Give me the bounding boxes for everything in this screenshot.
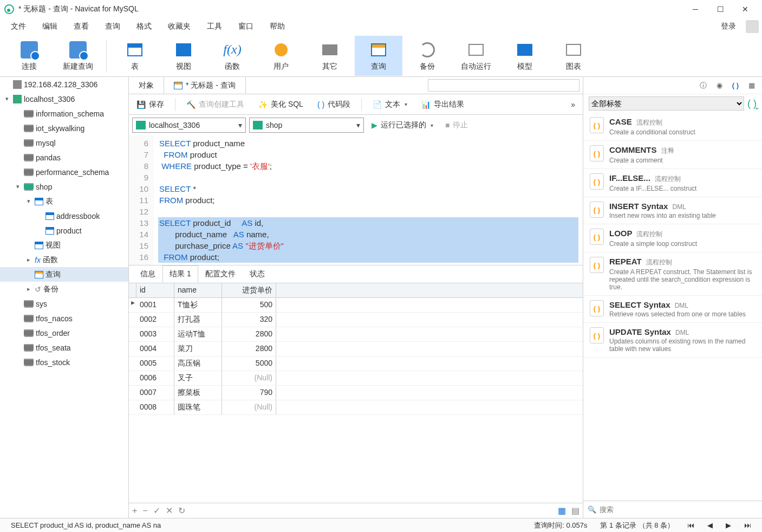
toolbar-用户[interactable]: 用户 — [257, 36, 305, 76]
tree-item-mysql[interactable]: ▸mysql — [0, 135, 128, 150]
tree-item-tfos_nacos[interactable]: ▸tfos_nacos — [0, 311, 128, 326]
snippet-item[interactable]: ( )COMMENTS 注释Create a comment — [583, 141, 762, 169]
maximize-button[interactable]: ☐ — [708, 1, 733, 17]
col-header[interactable]: id — [136, 283, 174, 297]
snippet-item[interactable]: ( )UPDATE Syntax DMLUpdates columns of e… — [583, 323, 762, 358]
save-button[interactable]: 💾保存 — [133, 98, 167, 111]
tree-item-函数[interactable]: ▸fx函数 — [0, 252, 128, 267]
snippet-item[interactable]: ( )INSERT Syntax DMLInsert new rows into… — [583, 197, 762, 224]
tree-item-tfos_order[interactable]: ▸tfos_order — [0, 326, 128, 340]
refresh-button[interactable]: ↻ — [178, 505, 185, 516]
add-snippet-button[interactable]: ( )+ — [747, 98, 757, 109]
table-row[interactable]: 0006叉子(Null) — [129, 371, 583, 386]
eye-icon[interactable]: ◉ — [714, 81, 724, 90]
menu-查询[interactable]: 查询 — [97, 20, 128, 34]
toolbar-表[interactable]: 表 — [111, 36, 159, 76]
more-button[interactable]: » — [568, 99, 578, 111]
stop-button[interactable]: ■停止 — [441, 118, 472, 133]
text-button[interactable]: 📄文本▾ — [369, 98, 411, 111]
tree-item-product[interactable]: ▸product — [0, 223, 128, 238]
toolbar-自动运行[interactable]: 自动运行 — [452, 36, 500, 76]
menu-窗口[interactable]: 窗口 — [231, 20, 261, 34]
toolbar-图表[interactable]: 图表 — [550, 36, 597, 76]
snippet-item[interactable]: ( )LOOP 流程控制Create a simple loop constru… — [583, 224, 762, 252]
tab-search-input[interactable] — [428, 79, 579, 92]
snippet-item[interactable]: ( )REPEAT 流程控制Create A REPEAT construct.… — [583, 252, 762, 296]
nav-last-button[interactable]: ⏭ — [738, 521, 758, 529]
toolbar-备份[interactable]: 备份 — [403, 36, 451, 76]
run-button[interactable]: ▶运行已选择的▾ — [367, 118, 438, 133]
delete-row-button[interactable]: − — [142, 506, 147, 516]
result-grid[interactable]: idname进货单价▸0001T恤衫5000002打孔器3200003运动T恤2… — [129, 283, 583, 415]
table-row[interactable]: 0004菜刀2800 — [129, 342, 583, 356]
tree-item-查询[interactable]: ▸查询 — [0, 267, 128, 282]
brackets-icon[interactable]: ( ) — [731, 81, 740, 90]
snippet-item[interactable]: ( )IF...ELSE... 流程控制Create a IF...ELSE..… — [583, 169, 762, 197]
grid-icon[interactable]: ▦ — [747, 81, 757, 90]
code-area[interactable]: SELECT product_name FROM product WHERE p… — [154, 135, 583, 265]
export-button[interactable]: 📊导出结果 — [418, 98, 467, 111]
toolbar-其它[interactable]: 其它 — [306, 36, 354, 76]
doc-tab[interactable]: 对象 — [129, 77, 164, 94]
doc-tab[interactable]: * 无标题 - 查询 — [164, 77, 246, 94]
tree-item-tfos_seata[interactable]: ▸tfos_seata — [0, 340, 128, 355]
minimize-button[interactable]: ─ — [683, 1, 708, 17]
toolbar-视图[interactable]: 视图 — [160, 36, 207, 76]
avatar-icon[interactable] — [746, 20, 759, 33]
result-tab-结果 1[interactable]: 结果 1 — [162, 265, 198, 283]
toolbar-查询[interactable]: 查询 — [355, 36, 402, 76]
nav-next-button[interactable]: ▶ — [719, 521, 738, 529]
menu-收藏夹[interactable]: 收藏夹 — [160, 20, 198, 34]
menu-编辑[interactable]: 编辑 — [35, 20, 65, 34]
snippet-item[interactable]: ( )SELECT Syntax DMLRetrieve rows select… — [583, 296, 762, 323]
tree-item-sys[interactable]: ▸sys — [0, 296, 128, 311]
snippet-item[interactable]: ( )CASE 流程控制Create a conditional constru… — [583, 113, 762, 141]
table-row[interactable]: 0003运动T恤2800 — [129, 327, 583, 342]
tree-item-pandas[interactable]: ▸pandas — [0, 150, 128, 165]
toolbar-函数[interactable]: f(x)函数 — [209, 36, 256, 76]
tree-item-视图[interactable]: ▸视图 — [0, 238, 128, 252]
nav-first-button[interactable]: ⏮ — [681, 521, 701, 529]
tree-item-tfos_stock[interactable]: ▸tfos_stock — [0, 355, 128, 369]
tree-item-addressbook[interactable]: ▸addressbook — [0, 209, 128, 223]
sql-editor[interactable]: 678910111213141516 SELECT product_name F… — [129, 135, 583, 265]
snippet-filter-combo[interactable]: 全部标签 — [589, 96, 744, 111]
menu-查看[interactable]: 查看 — [66, 20, 96, 34]
add-row-button[interactable]: + — [132, 506, 137, 516]
toolbar-连接[interactable]: 连接 — [5, 36, 53, 76]
menu-帮助[interactable]: 帮助 — [262, 20, 292, 34]
form-view-button[interactable]: ▤ — [571, 505, 579, 516]
tree-item-192.168.42.128_3306[interactable]: ▸192.168.42.128_3306 — [0, 77, 128, 92]
toolbar-模型[interactable]: 模型 — [501, 36, 549, 76]
col-header[interactable]: 进货单价 — [222, 283, 276, 297]
info-icon[interactable]: ⓘ — [698, 81, 708, 90]
toolbar-新建查询[interactable]: 新建查询 — [54, 36, 102, 76]
code-segment-button[interactable]: ( )代码段 — [314, 98, 354, 111]
tree-item-备份[interactable]: ▸↺备份 — [0, 282, 128, 296]
table-row[interactable]: 0005高压锅5000 — [129, 356, 583, 371]
tree-item-information_schema[interactable]: ▸information_schema — [0, 106, 128, 121]
tree-item-iot_skywalking[interactable]: ▸iot_skywalking — [0, 121, 128, 135]
cancel-button[interactable]: ✕ — [166, 505, 173, 516]
snippet-search[interactable]: 🔍 — [583, 501, 762, 518]
close-button[interactable]: ✕ — [733, 1, 758, 17]
query-builder-button[interactable]: 🔨查询创建工具 — [183, 98, 248, 111]
beautify-sql-button[interactable]: ✨美化 SQL — [255, 98, 307, 111]
tree-item-localhost_3306[interactable]: ▾localhost_3306 — [0, 92, 128, 106]
login-button[interactable]: 登录 — [715, 20, 741, 34]
table-row[interactable]: 0007擦菜板790 — [129, 386, 583, 400]
tree-item-shop[interactable]: ▾shop — [0, 179, 128, 194]
menu-文件[interactable]: 文件 — [3, 20, 34, 34]
menu-工具[interactable]: 工具 — [199, 20, 230, 34]
nav-prev-button[interactable]: ◀ — [701, 521, 719, 529]
result-tab-信息[interactable]: 信息 — [133, 265, 162, 283]
snippet-search-input[interactable] — [600, 505, 758, 514]
col-header[interactable]: name — [174, 283, 222, 297]
connection-combo[interactable]: localhost_3306 ▾ — [132, 118, 246, 133]
connection-tree[interactable]: ▸192.168.42.128_3306▾localhost_3306▸info… — [0, 77, 129, 518]
menu-格式[interactable]: 格式 — [129, 20, 159, 34]
result-tab-配置文件[interactable]: 配置文件 — [198, 265, 243, 283]
apply-button[interactable]: ✓ — [153, 505, 160, 516]
tree-item-performance_schema[interactable]: ▸performance_schema — [0, 165, 128, 179]
table-row[interactable]: 0008圆珠笔(Null) — [129, 400, 583, 415]
